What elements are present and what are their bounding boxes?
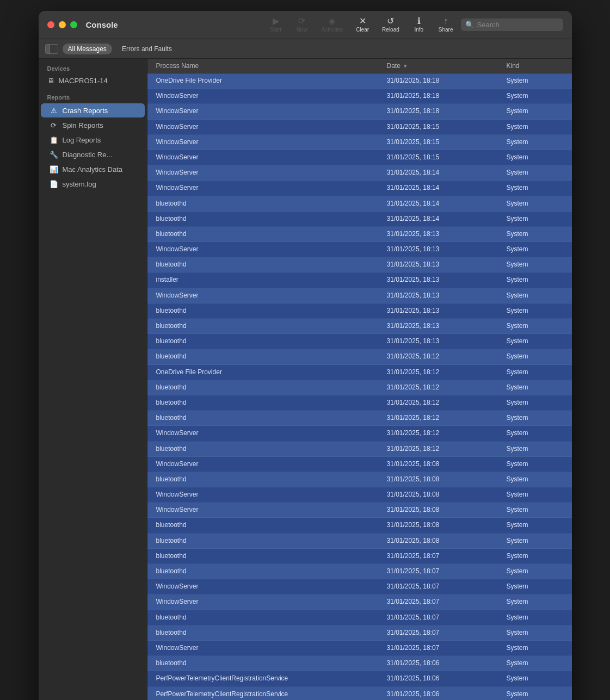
table-row[interactable]: OneDrive File Provider31/01/2025, 18:18S… bbox=[147, 73, 572, 89]
table-row[interactable]: WindowServer31/01/2025, 18:08System bbox=[147, 503, 572, 518]
sidebar-item-log-reports[interactable]: 📋 Log Reports bbox=[41, 133, 145, 147]
toolbar: ▶ Start ⟳ Now ◈ Activities ✕ Clear ↺ Rel… bbox=[264, 15, 563, 35]
cell-process: WindowServer bbox=[152, 135, 383, 150]
cell-date: 31/01/2025, 18:14 bbox=[383, 212, 502, 226]
table-row[interactable]: WindowServer31/01/2025, 18:07System bbox=[147, 579, 572, 594]
cell-kind: System bbox=[502, 120, 568, 134]
close-button[interactable] bbox=[47, 21, 54, 28]
sidebar-item-mac-analytics[interactable]: 📊 Mac Analytics Data bbox=[41, 162, 145, 176]
table-row[interactable]: bluetoothd31/01/2025, 18:07System bbox=[147, 610, 572, 625]
sidebar-item-diagnostic[interactable]: 🔧 Diagnostic Re... bbox=[41, 147, 145, 162]
cell-date: 31/01/2025, 18:13 bbox=[383, 303, 502, 318]
table-row[interactable]: bluetoothd31/01/2025, 18:07System bbox=[147, 564, 572, 579]
errors-faults-filter[interactable]: Errors and Faults bbox=[116, 44, 177, 54]
table-row[interactable]: bluetoothd31/01/2025, 18:08System bbox=[147, 534, 572, 549]
col-date[interactable]: Date ▼ bbox=[383, 59, 502, 73]
activities-button[interactable]: ◈ Activities bbox=[316, 15, 348, 35]
table-row[interactable]: WindowServer31/01/2025, 18:18System bbox=[147, 89, 572, 104]
cell-process: WindowServer bbox=[152, 457, 383, 472]
table-row[interactable]: WindowServer31/01/2025, 18:14System bbox=[147, 181, 572, 196]
info-icon: ℹ bbox=[417, 17, 421, 26]
sidebar-toggle[interactable] bbox=[45, 44, 58, 54]
col-kind[interactable]: Kind bbox=[502, 59, 568, 73]
cell-process: bluetoothd bbox=[152, 549, 383, 563]
cell-date: 31/01/2025, 18:07 bbox=[383, 564, 502, 579]
table-row[interactable]: bluetoothd31/01/2025, 18:06System bbox=[147, 656, 572, 671]
share-button[interactable]: ↑ Share bbox=[433, 15, 459, 35]
maximize-button[interactable] bbox=[70, 21, 77, 28]
cell-kind: System bbox=[502, 534, 568, 548]
cell-process: bluetoothd bbox=[152, 610, 383, 625]
cell-date: 31/01/2025, 18:06 bbox=[383, 671, 502, 686]
sidebar-item-label: Crash Reports bbox=[63, 107, 108, 115]
cell-date: 31/01/2025, 18:12 bbox=[383, 365, 502, 380]
all-messages-filter[interactable]: All Messages bbox=[63, 44, 112, 54]
sidebar-item-device[interactable]: 🖥 MACPRO51-14 bbox=[39, 74, 147, 88]
spin-icon: ⟳ bbox=[50, 121, 58, 129]
table-row[interactable]: bluetoothd31/01/2025, 18:14System bbox=[147, 212, 572, 227]
search-input[interactable] bbox=[477, 21, 559, 29]
table-row[interactable]: bluetoothd31/01/2025, 18:13System bbox=[147, 319, 572, 334]
table-row[interactable]: WindowServer31/01/2025, 18:15System bbox=[147, 135, 572, 150]
cell-process: bluetoothd bbox=[152, 411, 383, 425]
sort-icon: ▼ bbox=[403, 63, 408, 69]
col-process-name[interactable]: Process Name bbox=[152, 59, 383, 73]
table-row[interactable]: WindowServer31/01/2025, 18:07System bbox=[147, 641, 572, 656]
table-row[interactable]: bluetoothd31/01/2025, 18:12System bbox=[147, 349, 572, 364]
table-row[interactable]: bluetoothd31/01/2025, 18:08System bbox=[147, 518, 572, 533]
sidebar-item-crash-reports[interactable]: ⚠ Crash Reports bbox=[41, 103, 145, 117]
cell-date: 31/01/2025, 18:08 bbox=[383, 487, 502, 502]
table-row[interactable]: WindowServer31/01/2025, 18:08System bbox=[147, 487, 572, 503]
table-row[interactable]: PerfPowerTelemetryClientRegistrationServ… bbox=[147, 671, 572, 686]
table-row[interactable]: WindowServer31/01/2025, 18:15System bbox=[147, 150, 572, 165]
table-row[interactable]: bluetoothd31/01/2025, 18:12System bbox=[147, 395, 572, 411]
table-row[interactable]: PerfPowerTelemetryClientRegistrationServ… bbox=[147, 687, 572, 701]
table-row[interactable]: bluetoothd31/01/2025, 18:12System bbox=[147, 380, 572, 395]
table-row[interactable]: bluetoothd31/01/2025, 18:13System bbox=[147, 334, 572, 349]
cell-process: WindowServer bbox=[152, 503, 383, 517]
cell-kind: System bbox=[502, 196, 568, 211]
reload-button[interactable]: ↺ Reload bbox=[377, 15, 405, 35]
main-content: Devices 🖥 MACPRO51-14 Reports ⚠ Crash Re… bbox=[39, 59, 572, 700]
search-box[interactable]: 🔍 bbox=[461, 18, 563, 31]
table-row[interactable]: WindowServer31/01/2025, 18:14System bbox=[147, 165, 572, 181]
table-row[interactable]: bluetoothd31/01/2025, 18:07System bbox=[147, 549, 572, 564]
table-row[interactable]: WindowServer31/01/2025, 18:15System bbox=[147, 120, 572, 135]
cell-process: bluetoothd bbox=[152, 656, 383, 671]
info-button[interactable]: ℹ Info bbox=[407, 15, 431, 35]
sidebar-item-spin-reports[interactable]: ⟳ Spin Reports bbox=[41, 118, 145, 132]
table-row[interactable]: WindowServer31/01/2025, 18:08System bbox=[147, 457, 572, 472]
cell-kind: System bbox=[502, 89, 568, 103]
table-row[interactable]: WindowServer31/01/2025, 18:13System bbox=[147, 242, 572, 257]
table-row[interactable]: bluetoothd31/01/2025, 18:13System bbox=[147, 303, 572, 319]
sidebar: Devices 🖥 MACPRO51-14 Reports ⚠ Crash Re… bbox=[39, 59, 147, 700]
cell-process: WindowServer bbox=[152, 242, 383, 257]
table-row[interactable]: bluetoothd31/01/2025, 18:13System bbox=[147, 227, 572, 242]
minimize-button[interactable] bbox=[59, 21, 66, 28]
table-row[interactable]: bluetoothd31/01/2025, 18:12System bbox=[147, 442, 572, 457]
table-row[interactable]: WindowServer31/01/2025, 18:13System bbox=[147, 288, 572, 303]
analytics-icon: 📊 bbox=[50, 165, 58, 174]
table-row[interactable]: bluetoothd31/01/2025, 18:13System bbox=[147, 257, 572, 272]
table-row[interactable]: bluetoothd31/01/2025, 18:08System bbox=[147, 472, 572, 487]
subtoolbar: All Messages Errors and Faults bbox=[39, 39, 572, 59]
sidebar-item-system-log[interactable]: 📄 system.log bbox=[41, 177, 145, 191]
clear-button[interactable]: ✕ Clear bbox=[350, 15, 374, 35]
start-button[interactable]: ▶ Start bbox=[264, 15, 288, 35]
cell-process: bluetoothd bbox=[152, 472, 383, 487]
table-row[interactable]: bluetoothd31/01/2025, 18:07System bbox=[147, 625, 572, 641]
table-row[interactable]: WindowServer31/01/2025, 18:12System bbox=[147, 426, 572, 441]
cell-kind: System bbox=[502, 641, 568, 655]
cell-kind: System bbox=[502, 487, 568, 502]
sidebar-item-label: Mac Analytics Data bbox=[63, 165, 123, 174]
table-row[interactable]: bluetoothd31/01/2025, 18:12System bbox=[147, 411, 572, 426]
table-row[interactable]: installer31/01/2025, 18:13System bbox=[147, 272, 572, 288]
cell-kind: System bbox=[502, 288, 568, 303]
cell-kind: System bbox=[502, 656, 568, 671]
now-button[interactable]: ⟳ Now bbox=[290, 15, 314, 35]
table-row[interactable]: WindowServer31/01/2025, 18:07System bbox=[147, 594, 572, 610]
table-row[interactable]: WindowServer31/01/2025, 18:18System bbox=[147, 104, 572, 119]
cell-kind: System bbox=[502, 303, 568, 318]
table-row[interactable]: OneDrive File Provider31/01/2025, 18:12S… bbox=[147, 365, 572, 380]
table-row[interactable]: bluetoothd31/01/2025, 18:14System bbox=[147, 196, 572, 212]
